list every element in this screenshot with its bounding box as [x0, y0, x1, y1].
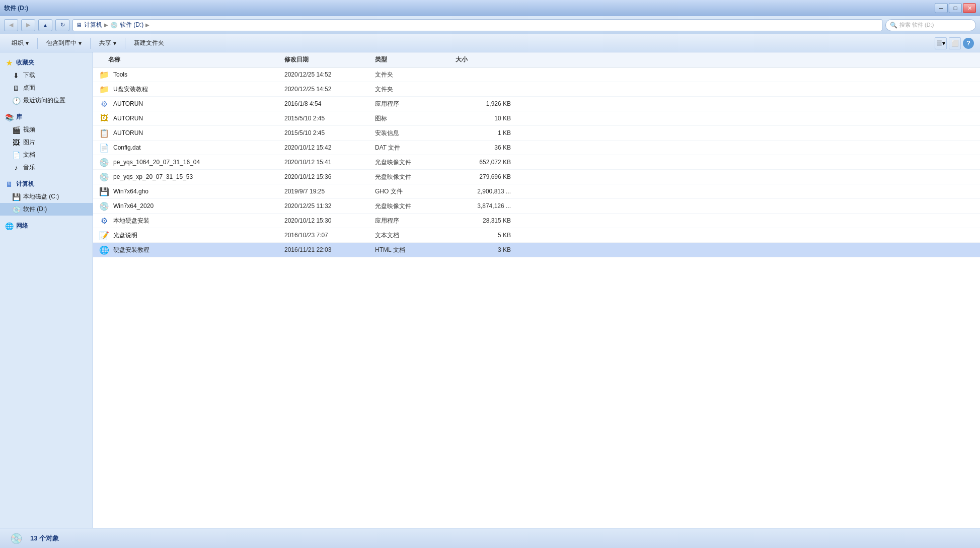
file-type-icon: ⚙ [99, 99, 109, 109]
table-row[interactable]: 🌐 硬盘安装教程 2016/11/21 22:03 HTML 文档 3 KB [93, 243, 980, 257]
column-name[interactable]: 名称 [93, 55, 284, 64]
sidebar-item-local-c-label: 本地磁盘 (C:) [23, 192, 59, 201]
include-in-lib-label: 包含到库中 [46, 39, 77, 47]
file-name-label: AUTORUN [113, 129, 143, 136]
table-row[interactable]: 💾 Win7x64.gho 2019/9/7 19:25 GHO 文件 2,90… [93, 184, 980, 199]
file-name-label: AUTORUN [113, 100, 143, 107]
network-header[interactable]: 🌐 网络 [0, 220, 93, 232]
file-size-cell: 10 KB [456, 115, 521, 122]
file-type-icon: 🌐 [99, 245, 109, 255]
table-row[interactable]: 📝 光盘说明 2016/10/23 7:07 文本文档 5 KB [93, 228, 980, 243]
file-type-icon: ⚙ [99, 216, 109, 226]
include-in-lib-dropdown-icon: ▾ [79, 40, 82, 47]
help-button[interactable]: ? [963, 38, 974, 49]
search-bar[interactable]: 🔍 搜索 软件 (D:) [885, 19, 976, 31]
sidebar-item-documents[interactable]: 📄 文档 [0, 149, 93, 161]
breadcrumb-arrow2: ▶ [145, 22, 149, 28]
file-name-label: Win7x64_2020 [113, 202, 154, 210]
download-icon: ⬇ [12, 72, 20, 80]
file-type-icon: 🖼 [99, 113, 109, 123]
sidebar-item-music[interactable]: ♪ 音乐 [0, 161, 93, 174]
sidebar-item-recent-label: 最近访问的位置 [23, 96, 65, 105]
sidebar-item-desktop[interactable]: 🖥 桌面 [0, 82, 93, 94]
table-row[interactable]: 📁 Tools 2020/12/25 14:52 文件夹 [93, 67, 980, 82]
file-date-cell: 2020/12/25 11:32 [284, 202, 375, 210]
breadcrumb-drive[interactable]: 软件 (D:) [120, 21, 143, 29]
minimize-button[interactable]: ─ [935, 3, 948, 13]
close-button[interactable]: ✕ [963, 3, 976, 13]
file-name-cell: 🖼 AUTORUN [93, 113, 284, 123]
table-row[interactable]: 💿 pe_yqs_1064_20_07_31_16_04 2020/10/12 … [93, 155, 980, 170]
breadcrumb[interactable]: 🖥 计算机 ▶ 💿 软件 (D:) ▶ [72, 19, 882, 31]
column-date[interactable]: 修改日期 [284, 55, 375, 64]
file-size-cell: 36 KB [456, 144, 521, 151]
breadcrumb-icon: 🖥 [76, 22, 82, 29]
table-row[interactable]: 📄 Config.dat 2020/10/12 15:42 DAT 文件 36 … [93, 141, 980, 155]
table-row[interactable]: 💿 Win7x64_2020 2020/12/25 11:32 光盘映像文件 3… [93, 199, 980, 214]
computer-icon: 🖥 [5, 180, 13, 188]
breadcrumb-arrow: ▶ [104, 22, 108, 28]
file-type-icon: 📝 [99, 230, 109, 240]
refresh-button[interactable]: ↻ [55, 19, 69, 31]
table-row[interactable]: 📁 U盘安装教程 2020/12/25 14:52 文件夹 [93, 82, 980, 97]
maximize-button[interactable]: □ [949, 3, 962, 13]
sidebar-item-video[interactable]: 🎬 视频 [0, 123, 93, 136]
search-placeholder: 搜索 软件 (D:) [899, 21, 934, 29]
computer-label: 计算机 [16, 180, 34, 188]
table-row[interactable]: 🖼 AUTORUN 2015/5/10 2:45 图标 10 KB [93, 111, 980, 126]
column-type[interactable]: 类型 [375, 55, 456, 64]
table-row[interactable]: ⚙ AUTORUN 2016/1/8 4:54 应用程序 1,926 KB [93, 97, 980, 111]
table-row[interactable]: 📋 AUTORUN 2015/5/10 2:45 安装信息 1 KB [93, 126, 980, 141]
organize-button[interactable]: 组织 ▾ [6, 37, 34, 50]
new-folder-button[interactable]: 新建文件夹 [128, 37, 170, 50]
file-type-cell: 光盘映像文件 [375, 202, 456, 211]
up-button[interactable]: ▲ [38, 19, 52, 31]
file-size-cell: 2,900,813 ... [456, 188, 521, 195]
share-button[interactable]: 共享 ▾ [94, 37, 122, 50]
include-in-lib-button[interactable]: 包含到库中 ▾ [41, 37, 87, 50]
file-size-cell: 3 KB [456, 246, 521, 253]
table-row[interactable]: ⚙ 本地硬盘安装 2020/10/12 15:30 应用程序 28,315 KB [93, 214, 980, 228]
toolbar: 组织 ▾ 包含到库中 ▾ 共享 ▾ 新建文件夹 ☰▾ ⬜ ? [0, 34, 980, 52]
file-name-cell: ⚙ AUTORUN [93, 99, 284, 109]
sidebar-item-video-label: 视频 [23, 125, 35, 134]
forward-button[interactable]: ▶ [21, 19, 35, 31]
file-name-cell: 🌐 硬盘安装教程 [93, 245, 284, 255]
file-type-icon: 📁 [99, 84, 109, 94]
music-icon: ♪ [12, 164, 20, 172]
preview-button[interactable]: ⬜ [949, 37, 961, 49]
file-date-cell: 2020/12/25 14:52 [284, 86, 375, 93]
table-row[interactable]: 💿 pe_yqs_xp_20_07_31_15_53 2020/10/12 15… [93, 170, 980, 184]
sidebar-item-desktop-label: 桌面 [23, 84, 35, 92]
favorites-icon: ★ [5, 59, 13, 67]
library-header[interactable]: 📚 库 [0, 111, 93, 123]
computer-header[interactable]: 🖥 计算机 [0, 178, 93, 190]
view-toggle-button[interactable]: ☰▾ [935, 37, 947, 49]
address-bar: ◀ ▶ ▲ ↻ 🖥 计算机 ▶ 💿 软件 (D:) ▶ 🔍 搜索 软件 (D:) [0, 16, 980, 34]
file-name-label: pe_yqs_1064_20_07_31_16_04 [113, 159, 200, 166]
sidebar-item-download[interactable]: ⬇ 下载 [0, 69, 93, 82]
file-type-icon: 💿 [99, 157, 109, 167]
file-name-label: AUTORUN [113, 115, 143, 122]
favorites-header[interactable]: ★ 收藏夹 [0, 56, 93, 69]
file-type-cell: 应用程序 [375, 100, 456, 108]
view-options: ☰▾ ⬜ ? [935, 37, 974, 49]
documents-icon: 📄 [12, 151, 20, 159]
share-dropdown-icon: ▾ [113, 40, 116, 47]
library-section: 📚 库 🎬 视频 🖼 图片 📄 文档 ♪ 音乐 [0, 111, 93, 174]
favorites-section: ★ 收藏夹 ⬇ 下载 🖥 桌面 🕐 最近访问的位置 [0, 56, 93, 107]
sidebar-item-local-c[interactable]: 💾 本地磁盘 (C:) [0, 190, 93, 203]
breadcrumb-computer[interactable]: 计算机 [84, 21, 102, 29]
sidebar-item-software-d[interactable]: 💿 软件 (D:) [0, 203, 93, 216]
back-button[interactable]: ◀ [4, 19, 18, 31]
sidebar: ★ 收藏夹 ⬇ 下载 🖥 桌面 🕐 最近访问的位置 📚 库 🎬 [0, 52, 93, 528]
column-size[interactable]: 大小 [456, 55, 521, 64]
sidebar-item-recent[interactable]: 🕐 最近访问的位置 [0, 94, 93, 107]
file-size-cell: 1 KB [456, 129, 521, 136]
file-size-cell: 5 KB [456, 232, 521, 239]
file-name-label: pe_yqs_xp_20_07_31_15_53 [113, 173, 193, 180]
file-size-cell: 652,072 KB [456, 159, 521, 166]
file-date-cell: 2020/12/25 14:52 [284, 71, 375, 78]
recent-icon: 🕐 [12, 97, 20, 105]
sidebar-item-pictures[interactable]: 🖼 图片 [0, 136, 93, 149]
